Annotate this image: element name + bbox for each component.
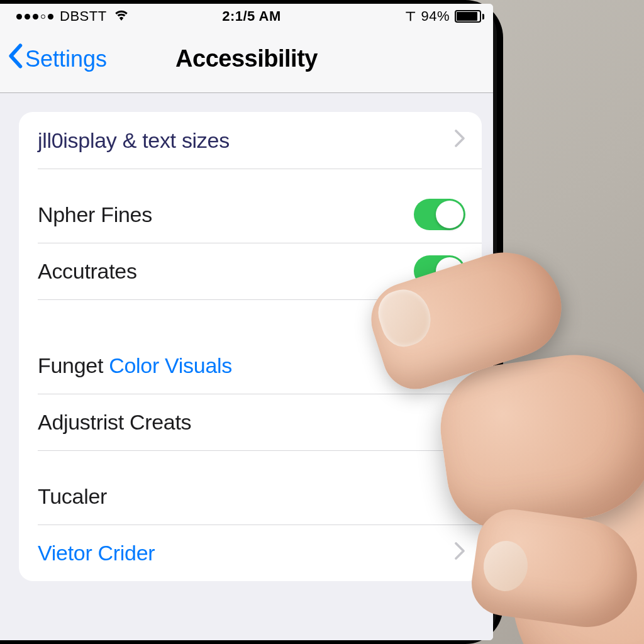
chevron-right-icon bbox=[454, 352, 465, 379]
settings-content[interactable]: jll0isplay & text sizes Npher Fines Accu… bbox=[0, 93, 493, 640]
carrier-label: DBSTT bbox=[60, 8, 107, 25]
phone-screen: DBSTT 2:1/5 AM ⊤ 94% bbox=[0, 4, 493, 640]
back-label: Settings bbox=[25, 46, 107, 72]
signal-dots-icon bbox=[16, 14, 53, 19]
settings-group: jll0isplay & text sizes Npher Fines Accu… bbox=[19, 112, 482, 581]
chevron-left-icon bbox=[6, 43, 24, 74]
phone-bezel: DBSTT 2:1/5 AM ⊤ 94% bbox=[0, 4, 497, 640]
row-tucaler[interactable]: Tucaler bbox=[19, 450, 482, 525]
row-accutrates[interactable]: Accutrates bbox=[19, 243, 482, 299]
row-npher-fines[interactable]: Npher Fines bbox=[19, 169, 482, 243]
row-funget-color-visuals[interactable]: Funget Color Visuals bbox=[19, 299, 482, 394]
chevron-right-icon bbox=[454, 127, 465, 153]
status-clock: 2:1/5 AM bbox=[222, 8, 281, 25]
phone-frame: DBSTT 2:1/5 AM ⊤ 94% bbox=[0, 0, 503, 644]
battery-icon bbox=[455, 10, 484, 23]
toggle-accutrates[interactable] bbox=[414, 255, 465, 287]
status-bar: DBSTT 2:1/5 AM ⊤ 94% bbox=[0, 4, 493, 29]
row-label: jll0isplay & text sizes bbox=[38, 128, 454, 153]
row-label: Adjustrist Creats bbox=[38, 410, 465, 435]
battery-percent: 94% bbox=[421, 8, 450, 25]
page-title: Accessibility bbox=[175, 45, 318, 72]
row-vietor-crider[interactable]: Vietor Crider bbox=[19, 525, 482, 581]
row-label-prefix: Funget bbox=[38, 353, 109, 377]
status-right: ⊤ 94% bbox=[405, 8, 484, 25]
row-label: Accutrates bbox=[38, 259, 414, 284]
row-adjustrist-creats[interactable]: Adjustrist Creats bbox=[19, 394, 482, 450]
status-left: DBSTT bbox=[16, 8, 130, 25]
row-label: Tucaler bbox=[38, 484, 465, 509]
wifi-icon bbox=[113, 8, 130, 25]
row-label: Vietor Crider bbox=[38, 541, 454, 565]
back-button[interactable]: Settings bbox=[6, 43, 107, 74]
chevron-right-icon bbox=[454, 540, 465, 566]
row-display-text-sizes[interactable]: jll0isplay & text sizes bbox=[19, 112, 482, 169]
row-label: Funget Color Visuals bbox=[38, 353, 454, 378]
toggle-npher-fines[interactable] bbox=[414, 199, 465, 230]
network-type-icon: ⊤ bbox=[405, 9, 416, 24]
row-label-accent: Color Visuals bbox=[109, 353, 232, 377]
row-label: Npher Fines bbox=[38, 203, 414, 227]
navigation-bar: Settings Accessibility bbox=[0, 29, 493, 93]
